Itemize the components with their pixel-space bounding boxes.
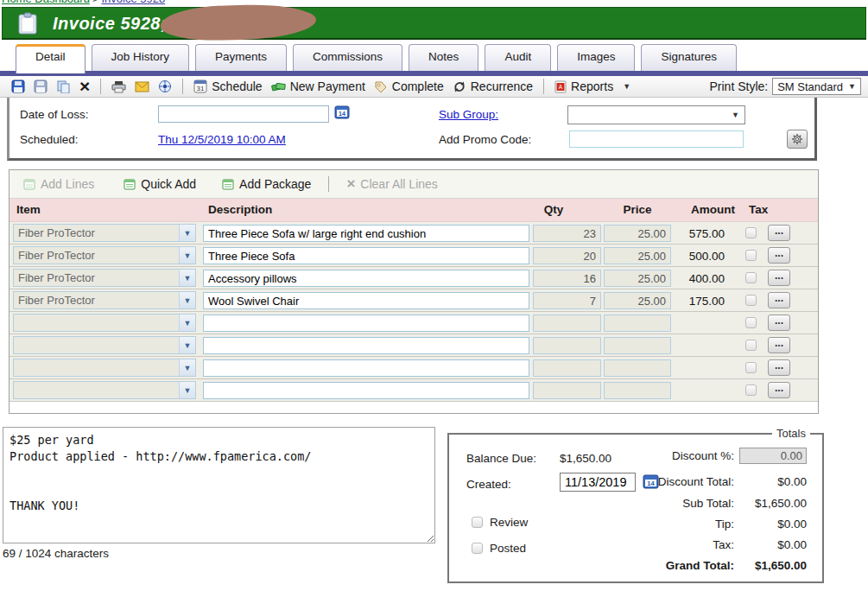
item-select[interactable]: Fiber ProTector▼ — [13, 246, 196, 264]
discount-total-row: Discount Total: $0.00 — [596, 475, 807, 488]
totals-legend: Totals — [772, 427, 810, 440]
add-lines-button[interactable]: Add Lines — [18, 177, 99, 191]
delete-button[interactable]: × — [75, 79, 94, 94]
tag-icon — [374, 80, 388, 93]
item-select[interactable]: Fiber ProTector▼ — [13, 291, 196, 309]
tax-checkbox[interactable] — [745, 227, 757, 238]
promo-settings-button[interactable] — [787, 130, 808, 149]
qty-input[interactable] — [533, 359, 601, 377]
qty-input[interactable] — [533, 382, 601, 399]
row-options-button[interactable]: ... — [768, 382, 790, 398]
item-select[interactable]: ▼ — [13, 381, 196, 399]
complete-label: Complete — [392, 79, 444, 93]
new-payment-button[interactable]: New Payment — [267, 79, 370, 94]
tax-checkbox[interactable] — [745, 340, 757, 351]
sub-total-row: Sub Total: $1,650.00 — [596, 497, 807, 510]
description-input[interactable] — [203, 315, 529, 332]
row-options-button[interactable]: ... — [768, 247, 790, 264]
qty-input[interactable] — [533, 292, 601, 309]
price-input[interactable] — [604, 337, 671, 354]
description-input[interactable] — [203, 359, 529, 377]
item-select[interactable]: ▼ — [13, 336, 196, 354]
copy-icon — [56, 79, 71, 93]
add-package-button[interactable]: Add Package — [217, 177, 316, 191]
posted-checkbox[interactable] — [472, 543, 483, 554]
save-button[interactable] — [7, 79, 29, 94]
print-button[interactable] — [107, 79, 130, 94]
tab-commissions[interactable]: Commissions — [293, 44, 402, 71]
sub-group-link[interactable]: Sub Group: — [439, 108, 498, 121]
invoice-notes-textarea[interactable]: $25 per yard Product applied - http://ww… — [3, 427, 435, 543]
price-input[interactable] — [604, 315, 671, 332]
tax-checkbox[interactable] — [745, 250, 757, 261]
row-options-button[interactable]: ... — [768, 315, 790, 331]
reports-button[interactable]: A Reports ▼ — [550, 79, 635, 94]
tab-audit[interactable]: Audit — [485, 44, 551, 71]
tax-checkbox[interactable] — [745, 362, 757, 373]
scheduled-link[interactable]: Thu 12/5/2019 10:00 AM — [158, 133, 286, 146]
breadcrumb-current-link[interactable]: Invoice 5928 — [101, 0, 165, 5]
schedule-button[interactable]: 31 Schedule — [189, 79, 266, 94]
copy-button[interactable] — [52, 79, 75, 94]
email-button[interactable] — [130, 80, 154, 93]
review-checkbox[interactable] — [472, 517, 483, 528]
price-input[interactable] — [604, 382, 671, 399]
web-button[interactable] — [154, 79, 176, 94]
description-input[interactable] — [203, 337, 529, 354]
tab-detail[interactable]: Detail — [16, 44, 86, 73]
posted-checkbox-row: Posted — [472, 542, 526, 555]
print-style-label: Print Style: — [710, 79, 769, 93]
tab-signatures[interactable]: Signatures — [641, 44, 737, 71]
date-of-loss-input[interactable] — [158, 105, 329, 123]
price-input[interactable] — [604, 359, 671, 377]
tab-images[interactable]: Images — [557, 44, 635, 71]
item-select[interactable]: ▼ — [13, 314, 196, 332]
tax-checkbox[interactable] — [745, 317, 757, 328]
row-options-button[interactable]: ... — [768, 292, 790, 308]
row-options-button[interactable]: ... — [768, 337, 790, 353]
tax-checkbox[interactable] — [745, 272, 757, 283]
sub-group-select[interactable]: ▼ — [567, 105, 745, 124]
complete-button[interactable]: Complete — [370, 79, 448, 94]
tab-payments[interactable]: Payments — [195, 44, 287, 71]
row-options-button[interactable]: ... — [768, 270, 790, 286]
row-options-button[interactable]: ... — [768, 225, 790, 241]
promo-code-label: Add Promo Code: — [439, 133, 531, 146]
item-select[interactable]: Fiber ProTector▼ — [13, 224, 196, 242]
created-label: Created: — [466, 478, 511, 491]
clear-all-icon: × — [346, 177, 355, 191]
discount-pct-input[interactable] — [739, 448, 807, 464]
description-input[interactable] — [203, 270, 529, 287]
line-item-row: Fiber ProTector▼ 400.00 ... — [10, 267, 818, 289]
description-input[interactable] — [203, 247, 529, 264]
description-input[interactable] — [203, 382, 529, 399]
invoice-details-panel: Date of Loss: 14 Sub Group: ▼ Scheduled:… — [7, 98, 817, 161]
recurrence-button[interactable]: Recurrence — [448, 79, 537, 94]
date-of-loss-calendar-icon[interactable]: 14 — [334, 105, 350, 123]
qty-input[interactable] — [533, 270, 601, 287]
tax-checkbox[interactable] — [745, 295, 757, 306]
item-select[interactable]: ▼ — [13, 359, 196, 377]
save-close-button[interactable] — [29, 79, 52, 94]
print-style-select[interactable]: SM Standard ▼ — [772, 78, 861, 95]
tab-job-history[interactable]: Job History — [92, 44, 190, 71]
balance-due-label: Balance Due: — [466, 452, 536, 465]
tab-notes[interactable]: Notes — [409, 44, 478, 71]
line-items-toolbar: Add Lines Quick Add Add Package × Clear … — [10, 170, 818, 199]
item-select[interactable]: Fiber ProTector▼ — [13, 269, 196, 287]
clear-all-lines-button[interactable]: × Clear All Lines — [341, 177, 442, 191]
promo-code-input[interactable] — [569, 130, 744, 148]
item-select-chevron-icon: ▼ — [179, 315, 195, 331]
description-input[interactable] — [203, 292, 529, 309]
quick-add-button[interactable]: Quick Add — [118, 177, 201, 191]
description-input[interactable] — [203, 225, 529, 242]
breadcrumb-home-link[interactable]: Home Dashboard — [2, 0, 90, 5]
qty-input[interactable] — [533, 315, 601, 332]
qty-input[interactable] — [533, 225, 601, 242]
qty-input[interactable] — [533, 337, 601, 354]
tax-checkbox[interactable] — [745, 384, 757, 396]
breadcrumb: Home Dashboard>Invoice 5928 — [2, 0, 347, 6]
row-options-button[interactable]: ... — [768, 359, 790, 376]
tax-label: Tax: — [596, 538, 734, 551]
qty-input[interactable] — [533, 247, 601, 264]
